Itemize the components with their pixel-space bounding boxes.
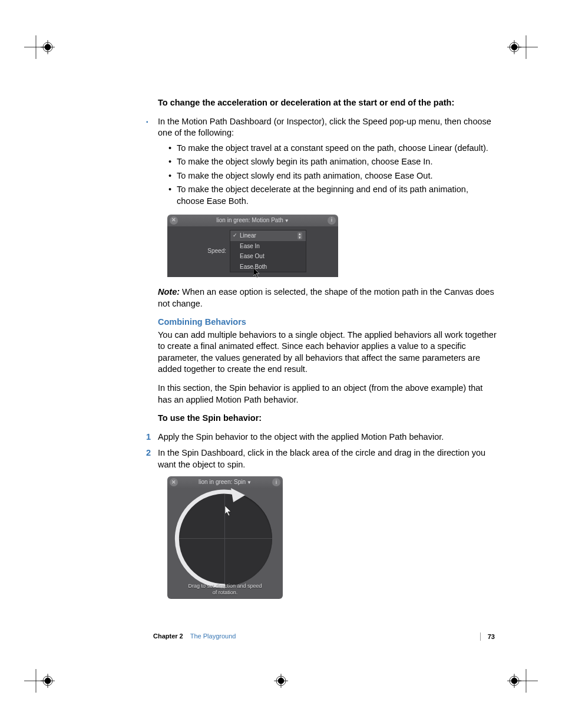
heading-combining: Combining Behaviors [158,317,497,328]
sub-bullet-text: To make the object decelerate at the beg… [177,184,497,207]
svg-marker-29 [231,488,245,502]
figure-motion-path-dashboard: ✕ lion in green: Motion Path▼ i Speed: ✓… [167,215,338,278]
step-number: 2 [146,447,158,470]
dashboard-header: ✕ lion in green: Motion Path▼ i [167,215,338,226]
combining-para1: You can add multiple behaviors to a sing… [158,330,497,375]
info-icon[interactable]: i [272,478,280,486]
combining-para2: In this section, the Spin behavior is ap… [158,383,497,406]
info-icon[interactable]: i [328,216,336,225]
bullet-dot-icon: • [168,143,177,154]
sub-bullet-text: To make the object slowly end its path a… [177,170,432,182]
sub-bullet-text: To make the object slowly begin its path… [177,156,432,168]
sub-bullet-text: To make the object travel at a constant … [177,143,488,154]
dashboard-title: lion in green: Motion Path▼ [178,216,328,225]
spin-arc-icon [174,488,276,589]
main-bullet: ▪ In the Motion Path Dashboard (or Inspe… [158,116,497,139]
bullet-dot-icon: • [168,156,177,168]
stepper-icon[interactable]: ▴▾ [297,232,302,239]
dashboard-title: lion in green: Spin▼ [178,478,272,486]
bullet-square-icon: ▪ [146,116,158,139]
figure-spin-dashboard: ✕ lion in green: Spin▼ i [167,476,283,599]
sub-bullet-list: •To make the object travel at a constant… [168,143,497,207]
spin-circle[interactable] [178,492,272,586]
speed-option-linear[interactable]: ✓ Linear ▴▾ [230,230,306,241]
footer-chapter: Chapter 2 [153,633,183,641]
note-paragraph: Note: When an ease option is selected, t… [158,286,497,309]
spin-dashboard-body: Drag to set direction and speed of rotat… [167,488,283,599]
note-text: When an ease option is selected, the sha… [158,287,494,308]
cursor-icon [225,506,233,516]
speed-label: Speed: [167,247,230,255]
bullet-dot-icon: • [168,170,177,182]
footer-page-number: 73 [488,633,495,640]
speed-option-ease-out[interactable]: Ease Out [230,251,306,262]
checkmark-icon: ✓ [233,232,237,239]
heading-accel: To change the acceleration or decelerati… [158,97,497,109]
chevron-down-icon[interactable]: ▼ [247,480,252,485]
speed-popup-menu[interactable]: ✓ Linear ▴▾ Ease In Ease Out Ease Both [230,230,306,273]
page-footer: Chapter 2 The Playground 73 [153,633,495,641]
step-row: 2 In the Spin Dashboard, click in the bl… [158,447,497,470]
close-icon[interactable]: ✕ [170,216,178,225]
cursor-icon [253,268,262,278]
close-icon[interactable]: ✕ [170,478,178,486]
heading-spin: To use the Spin behavior: [158,413,497,424]
step-number: 1 [146,431,158,443]
page-body: To change the acceleration or decelerati… [158,97,497,608]
bullet-dot-icon: • [168,184,177,207]
svg-marker-28 [253,268,259,278]
footer-title: The Playground [190,633,236,641]
dashboard-header: ✕ lion in green: Spin▼ i [167,476,283,488]
note-label: Note: [158,287,180,297]
svg-marker-30 [225,506,231,516]
step-row: 1 Apply the Spin behavior to the object … [158,431,497,443]
chevron-down-icon[interactable]: ▼ [285,218,289,223]
speed-option-ease-both[interactable]: Ease Both [230,262,306,272]
main-bullet-text: In the Motion Path Dashboard (or Inspect… [158,116,497,139]
speed-option-ease-in[interactable]: Ease In [230,241,306,252]
step-text: In the Spin Dashboard, click in the blac… [158,447,497,470]
dashboard-body: Speed: ✓ Linear ▴▾ Ease In Ease Out Ease… [167,226,338,275]
spin-hint-text: Drag to set direction and speed of rotat… [167,583,283,596]
step-text: Apply the Spin behavior to the object wi… [158,431,444,443]
